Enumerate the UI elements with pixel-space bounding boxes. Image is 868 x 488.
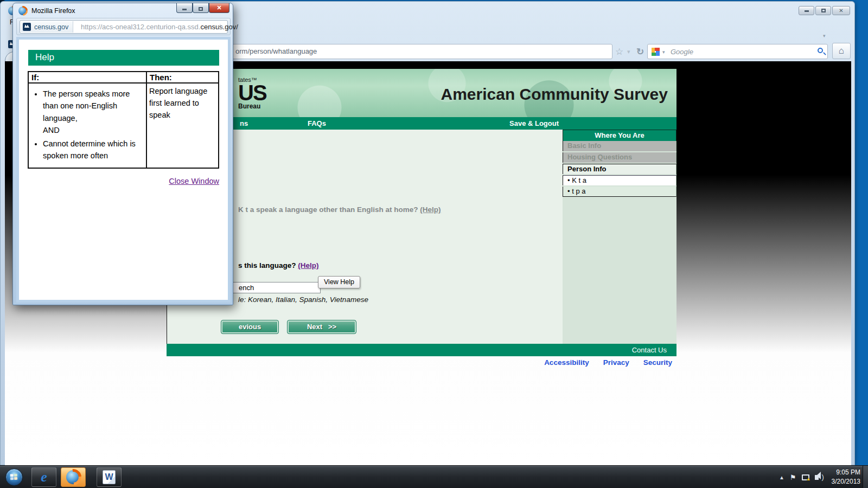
popup-toolbar: census.gov https://acs-oneal312.centurio… <box>16 18 231 35</box>
taskbar: e W ▲ ⚑ 9:05 PM 3/20/2013 <box>0 465 868 488</box>
acs-footer-bar: Contact Us <box>167 344 676 356</box>
bookmark-dropdown-icon[interactable]: ▾ <box>627 48 630 55</box>
census-favicon <box>23 23 31 31</box>
close-window-link-row: Close Window <box>28 176 219 186</box>
nav-faqs[interactable]: FAQs <box>308 119 326 127</box>
firefox-icon <box>18 7 27 15</box>
help-bullet-1: The person speaks more than one non-Engl… <box>43 88 146 137</box>
close-button[interactable]: ✕ <box>832 6 850 15</box>
then-column-header: Then: <box>146 72 219 83</box>
where-you-are-sidebar: Where You Are Basic Info Housing Questio… <box>563 130 676 344</box>
close-window-link[interactable]: Close Window <box>169 177 219 185</box>
network-warning-icon[interactable] <box>802 474 809 480</box>
help-link-2[interactable]: (Help) <box>298 261 318 269</box>
google-icon <box>652 48 660 56</box>
search-placeholder: Google <box>671 48 693 56</box>
security-link[interactable]: Security <box>643 358 672 367</box>
tray-time: 9:05 PM <box>832 468 860 477</box>
bookmark-star-icon[interactable]: ☆ <box>615 46 623 57</box>
url-text: orm/person/whatlanguage <box>235 47 317 55</box>
home-button[interactable]: ⌂ <box>832 43 851 59</box>
help-page: Help If: Then: The person speaks more th… <box>16 37 231 303</box>
tray-date: 3/20/2013 <box>832 477 860 486</box>
accessibility-link[interactable]: Accessibility <box>544 358 589 367</box>
close-button[interactable]: ✕ <box>209 3 229 13</box>
show-desktop-button[interactable] <box>863 466 868 488</box>
help-bullet-2: Cannot determine which is spoken more of… <box>43 138 146 162</box>
minimize-button[interactable] <box>176 3 193 13</box>
sidebar-item-person-kta[interactable]: • K t a <box>563 175 676 185</box>
sidebar-item-housing-questions: Housing Questions <box>563 152 676 163</box>
previous-button[interactable]: evious <box>221 320 279 334</box>
bookmark-star-icon[interactable]: ☆ <box>216 22 224 32</box>
nav-instructions[interactable]: ns <box>240 119 248 127</box>
search-engine-dropdown-icon[interactable]: ▾ <box>662 49 665 55</box>
taskbar-internet-explorer[interactable]: e <box>31 467 56 487</box>
action-center-flag-icon[interactable]: ⚑ <box>790 473 796 481</box>
desktop: F ✕ orm/person/whatlanguage ☆ ▾ ↻ ▾ Goog… <box>0 0 868 488</box>
sidebar-item-basic-info: Basic Info <box>563 141 676 151</box>
sidebar-title: Where You Are <box>563 130 676 141</box>
search-icon[interactable] <box>818 48 823 53</box>
privacy-link[interactable]: Privacy <box>603 358 629 367</box>
nav-save-logout[interactable]: Save & Logout <box>509 119 559 127</box>
hidden-icons-arrow[interactable]: ▲ <box>779 474 784 480</box>
site-identity-button[interactable]: census.gov <box>21 21 73 33</box>
if-column-header: If: <box>28 72 146 83</box>
footer-links: Accessibility Privacy Security <box>544 358 672 367</box>
windows-flag-icon <box>10 474 19 481</box>
search-input[interactable]: ▾ Google <box>647 44 828 59</box>
help-popup-window: Mozilla Firefox ✕ census.gov https://acs… <box>12 3 233 305</box>
next-button[interactable]: Next >> <box>287 320 356 334</box>
firefox-icon <box>66 470 80 484</box>
page-title: American Community Survey <box>441 85 668 104</box>
popup-window-title: Mozilla Firefox <box>31 7 75 15</box>
census-bureau-logo: tates™ US Bureau <box>238 76 266 110</box>
view-help-tooltip: View Help <box>318 276 360 288</box>
then-cell: Report language first learned to speak <box>146 83 219 168</box>
acs-navbar: ns FAQs Save & Logout <box>167 117 676 130</box>
contact-us-link[interactable]: Contact Us <box>632 346 667 354</box>
question-what-language: s this language? (Help) <box>238 261 319 269</box>
reload-icon[interactable]: ↻ <box>636 46 644 57</box>
help-table: If: Then: The person speaks more than on… <box>28 71 219 169</box>
taskbar-clock[interactable]: 9:05 PM 3/20/2013 <box>832 468 860 486</box>
maximize-button[interactable] <box>815 6 831 15</box>
url-text: https://acs-oneal312.centurion-qa.ssd.ce… <box>81 23 238 31</box>
question-speak-other-language: K t a speak a language other than Englis… <box>238 206 441 214</box>
word-icon: W <box>103 470 116 484</box>
start-button[interactable] <box>5 468 23 486</box>
help-heading: Help <box>28 50 219 66</box>
example-text: le: Korean, Italian, Spanish, Vietnamese <box>238 296 368 304</box>
url-bar[interactable]: census.gov https://acs-oneal312.centurio… <box>20 20 228 34</box>
toolbar-overflow-icon[interactable]: ▾ <box>823 33 826 38</box>
volume-icon[interactable] <box>815 475 819 480</box>
help-link-1[interactable]: (Help) <box>420 206 441 214</box>
taskbar-word[interactable]: W <box>97 467 122 487</box>
sidebar-item-person-tpa[interactable]: • t p a <box>563 187 676 197</box>
internet-explorer-icon: e <box>41 469 47 485</box>
sidebar-item-person-info: Person Info <box>563 164 676 174</box>
system-tray: ▲ ⚑ 9:05 PM 3/20/2013 <box>779 466 860 488</box>
minimize-button[interactable] <box>799 6 814 15</box>
if-cell: The person speaks more than one non-Engl… <box>28 83 146 168</box>
taskbar-firefox-active[interactable] <box>61 467 86 487</box>
maximize-button[interactable] <box>193 3 209 13</box>
acs-banner: tates™ US Bureau American Community Surv… <box>167 69 676 117</box>
